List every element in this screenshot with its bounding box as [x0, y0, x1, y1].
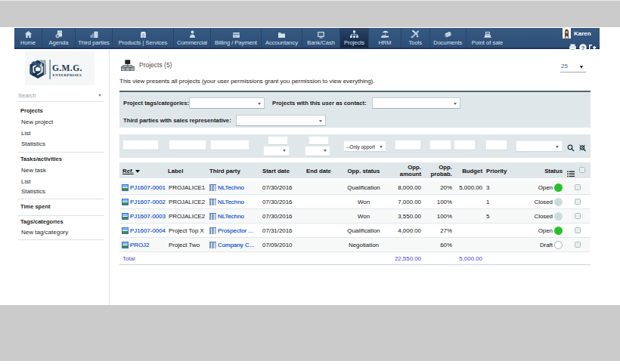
svg-text:ENTERPRISES: ENTERPRISES: [53, 73, 82, 77]
svg-text:G.M.G.: G.M.G.: [52, 63, 82, 72]
svg-text:?: ?: [581, 45, 585, 51]
